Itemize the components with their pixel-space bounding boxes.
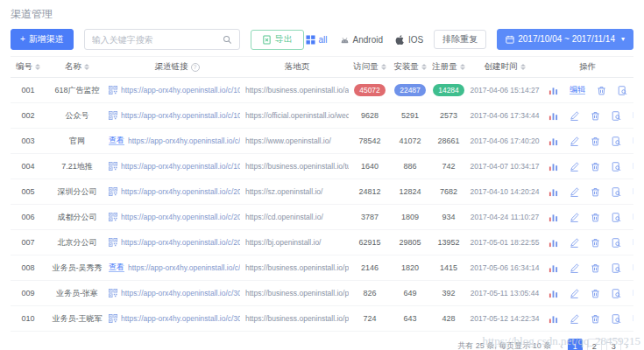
edit-icon[interactable] — [570, 111, 579, 121]
edit-icon[interactable] — [570, 263, 579, 273]
edit-icon[interactable] — [570, 314, 579, 324]
platform-filter-android[interactable]: Android — [340, 35, 383, 45]
stats-icon[interactable] — [548, 213, 558, 222]
stats-icon[interactable] — [548, 263, 558, 273]
copy-icon[interactable] — [633, 238, 633, 248]
stats-icon[interactable] — [548, 111, 558, 121]
delete-icon[interactable] — [591, 289, 600, 298]
sort-icon[interactable] — [84, 64, 89, 70]
qr-icon[interactable] — [109, 86, 117, 94]
qr-icon[interactable] — [109, 213, 117, 221]
column-header-7[interactable]: 创建时间 — [468, 61, 541, 73]
export-button[interactable]: 导出 — [251, 30, 304, 50]
copy-icon[interactable] — [633, 111, 633, 121]
qr-icon[interactable] — [109, 314, 117, 323]
preview-icon[interactable] — [612, 289, 621, 298]
channel-link[interactable]: https://app-orx4hy.openinstall.io/c/2000… — [121, 238, 240, 247]
platform-filter-ios[interactable]: IOS — [395, 35, 423, 45]
preview-icon[interactable] — [612, 263, 621, 273]
channel-link[interactable]: https://app-orx4hy.openinstall.io/c/1000… — [121, 86, 240, 94]
sort-icon[interactable] — [421, 64, 427, 70]
add-channel-button[interactable]: + 新增渠道 — [11, 29, 74, 50]
search-icon[interactable] — [223, 35, 232, 45]
channel-link[interactable]: https://app-orx4hy.openinstall.io/c/3001… — [121, 314, 240, 323]
prev-page-button[interactable]: ‹ — [560, 341, 563, 350]
copy-icon[interactable] — [633, 289, 633, 298]
channel-link[interactable]: https://app-orx4hy.openinstall.io/c/1000… — [128, 136, 240, 145]
preview-icon[interactable] — [612, 314, 621, 324]
delete-icon[interactable] — [591, 263, 600, 273]
sort-icon[interactable] — [460, 64, 465, 70]
next-page-button[interactable]: › — [626, 341, 628, 350]
stats-icon[interactable] — [548, 314, 558, 324]
preview-icon[interactable] — [612, 162, 621, 172]
sort-icon[interactable] — [381, 64, 386, 70]
preview-icon[interactable] — [612, 187, 621, 197]
copy-icon[interactable] — [633, 136, 633, 146]
date-range-button[interactable]: 2017/10/04 ~ 2017/11/14 ▾ — [497, 29, 633, 50]
qr-icon[interactable] — [109, 111, 117, 120]
edit-label[interactable]: 编辑 — [570, 86, 585, 95]
stats-icon[interactable] — [548, 162, 558, 172]
delete-icon[interactable] — [591, 136, 600, 146]
copy-icon[interactable] — [633, 162, 633, 172]
channel-link[interactable]: https://app-orx4hy.openinstall.io/c/3000… — [121, 289, 240, 298]
preview-icon[interactable] — [612, 136, 621, 146]
copy-icon[interactable] — [633, 314, 633, 324]
copy-icon[interactable] — [633, 213, 633, 222]
edit-icon[interactable] — [570, 238, 579, 248]
qr-icon[interactable] — [109, 187, 117, 196]
stats-icon[interactable] — [548, 136, 558, 146]
info-icon[interactable]: ? — [191, 63, 200, 72]
qr-icon[interactable] — [109, 289, 117, 298]
delete-icon[interactable] — [591, 314, 600, 324]
preview-icon[interactable] — [612, 111, 621, 121]
preview-icon[interactable] — [612, 238, 621, 248]
sort-icon[interactable] — [520, 64, 526, 70]
delete-icon[interactable] — [591, 238, 600, 248]
channel-link[interactable]: https://app-orx4hy.openinstall.io/c/2000… — [121, 187, 240, 196]
column-label: 落地页 — [285, 61, 310, 73]
view-qr-label[interactable]: 查看 — [109, 136, 124, 146]
search-box[interactable] — [84, 29, 240, 50]
stats-icon[interactable] — [548, 289, 558, 298]
preview-icon[interactable] — [618, 86, 627, 95]
edit-icon[interactable] — [570, 136, 579, 146]
delete-icon[interactable] — [591, 111, 600, 121]
column-header-5[interactable]: 安装量 — [391, 61, 429, 73]
sort-icon[interactable] — [35, 64, 40, 70]
edit-icon[interactable] — [570, 289, 579, 298]
edit-icon[interactable] — [570, 213, 579, 222]
view-qr-label[interactable]: 查看 — [109, 263, 124, 273]
created-time: 2017-04-10 14:20:24 — [468, 187, 541, 196]
page-button-3[interactable]: 3 — [606, 339, 621, 350]
edit-icon[interactable] — [570, 162, 579, 172]
delete-icon[interactable] — [591, 213, 600, 222]
platform-filter-all[interactable]: all — [306, 35, 328, 45]
column-header-0[interactable]: 编号 — [11, 61, 46, 73]
delete-icon[interactable] — [591, 162, 600, 172]
delete-icon[interactable] — [591, 187, 600, 197]
preview-icon[interactable] — [612, 213, 621, 222]
column-header-4[interactable]: 访问量 — [349, 61, 391, 73]
stats-icon[interactable] — [548, 86, 558, 95]
column-header-6[interactable]: 注册量 — [429, 61, 468, 73]
channel-link[interactable]: https://app-orx4hy.openinstall.io/c/1000… — [121, 162, 240, 171]
page-button-1[interactable]: 1 — [568, 339, 583, 350]
channel-link[interactable]: https://app-orx4hy.openinstall.io/c/2000… — [121, 213, 240, 221]
qr-icon[interactable] — [109, 162, 117, 171]
dedupe-button[interactable]: 排除重复 — [434, 30, 486, 49]
stats-icon[interactable] — [548, 238, 558, 248]
copy-icon[interactable] — [633, 187, 633, 197]
delete-icon[interactable] — [597, 86, 606, 95]
channel-link[interactable]: https://app-orx4hy.openinstall.io/c/1000… — [121, 111, 240, 120]
qr-icon[interactable] — [109, 238, 117, 247]
search-input[interactable] — [92, 35, 215, 45]
edit-icon[interactable] — [570, 187, 579, 197]
registers-count: 28661 — [429, 136, 468, 145]
column-header-1[interactable]: 名称 — [46, 61, 109, 73]
channel-link[interactable]: https://app-orx4hy.openinstall.io/c/3000… — [128, 263, 240, 272]
page-button-2[interactable]: 2 — [587, 339, 602, 350]
stats-icon[interactable] — [548, 187, 558, 197]
copy-icon[interactable] — [633, 263, 633, 273]
